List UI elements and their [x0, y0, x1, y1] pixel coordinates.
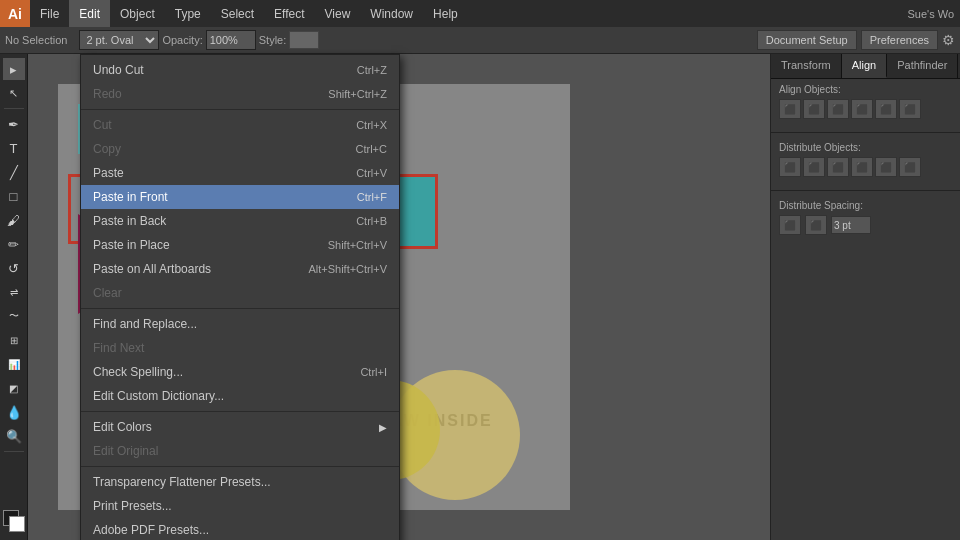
- dist-left-btn[interactable]: ⬛: [779, 157, 801, 177]
- menu-paste[interactable]: Paste Ctrl+V: [81, 161, 399, 185]
- distribute-spacing-label: Distribute Spacing:: [779, 200, 952, 211]
- menu-help[interactable]: Help: [423, 0, 468, 27]
- direct-select-tool[interactable]: ↖: [3, 82, 25, 104]
- pen-tool[interactable]: ✒: [3, 113, 25, 135]
- menu-paste-in-back[interactable]: Paste in Back Ctrl+B: [81, 209, 399, 233]
- menu-view[interactable]: View: [315, 0, 361, 27]
- rect-tool[interactable]: □: [3, 185, 25, 207]
- stroke-select[interactable]: 2 pt. Oval: [79, 30, 159, 50]
- align-objects-section: Align Objects: ⬛ ⬛ ⬛ ⬛ ⬛ ⬛: [771, 79, 960, 128]
- select-tool[interactable]: ▸: [3, 58, 25, 80]
- app-logo: Ai: [0, 0, 30, 27]
- opacity-input[interactable]: [206, 30, 256, 50]
- right-panel: Transform Align Pathfinder Align Objects…: [770, 54, 960, 540]
- spacing-input[interactable]: 3 pt: [831, 216, 871, 234]
- menu-paste-in-place[interactable]: Paste in Place Shift+Ctrl+V: [81, 233, 399, 257]
- menu-clear: Clear: [81, 281, 399, 305]
- spacing-row: ⬛ ⬛ 3 pt: [779, 215, 952, 235]
- menu-section-clipboard: Cut Ctrl+X Copy Ctrl+C Paste Ctrl+V Past…: [81, 110, 399, 309]
- align-objects-label: Align Objects:: [779, 84, 952, 95]
- menu-section-colors: Edit Colors ▶ Edit Original: [81, 412, 399, 467]
- warp-tool[interactable]: 〜: [3, 305, 25, 327]
- eyedropper-tool[interactable]: 💧: [3, 401, 25, 423]
- distribute-objects-section: Distribute Objects: ⬛ ⬛ ⬛ ⬛ ⬛ ⬛: [771, 137, 960, 186]
- color-boxes: [0, 506, 28, 536]
- menu-transparency-flattener[interactable]: Transparency Flattener Presets...: [81, 470, 399, 494]
- no-selection-label: No Selection: [5, 34, 67, 46]
- panel-divider-1: [771, 132, 960, 133]
- menu-items: File Edit Object Type Select Effect View…: [30, 0, 468, 27]
- menu-undo-cut[interactable]: Undo Cut Ctrl+Z: [81, 58, 399, 82]
- scale-tool[interactable]: ⊞: [3, 329, 25, 351]
- menu-select[interactable]: Select: [211, 0, 264, 27]
- menu-effect[interactable]: Effect: [264, 0, 314, 27]
- menu-paste-in-front[interactable]: Paste in Front Ctrl+F: [81, 185, 399, 209]
- menu-check-spelling[interactable]: Check Spelling... Ctrl+I: [81, 360, 399, 384]
- workspace-label: Sue's Wo: [907, 8, 954, 20]
- menu-edit-original: Edit Original: [81, 439, 399, 463]
- tab-align[interactable]: Align: [842, 54, 887, 78]
- graph-tool[interactable]: 📊: [3, 353, 25, 375]
- distribute-objects-label: Distribute Objects:: [779, 142, 952, 153]
- edit-dropdown-menu: Undo Cut Ctrl+Z Redo Shift+Ctrl+Z Cut Ct…: [80, 54, 400, 540]
- align-center-v-btn[interactable]: ⬛: [875, 99, 897, 119]
- tab-transform[interactable]: Transform: [771, 54, 842, 78]
- menu-edit-colors[interactable]: Edit Colors ▶: [81, 415, 399, 439]
- gradient-tool[interactable]: ◩: [3, 377, 25, 399]
- opacity-label: Opacity:: [162, 34, 202, 46]
- panel-divider-2: [771, 190, 960, 191]
- menu-redo: Redo Shift+Ctrl+Z: [81, 82, 399, 106]
- menu-section-presets: Transparency Flattener Presets... Print …: [81, 467, 399, 540]
- menu-edit-custom-dict[interactable]: Edit Custom Dictionary...: [81, 384, 399, 408]
- document-setup-button[interactable]: Document Setup: [757, 30, 857, 50]
- menu-window[interactable]: Window: [360, 0, 423, 27]
- menu-paste-all-artboards[interactable]: Paste on All Artboards Alt+Shift+Ctrl+V: [81, 257, 399, 281]
- line-tool[interactable]: ╱: [3, 161, 25, 183]
- menu-adobe-pdf-presets[interactable]: Adobe PDF Presets...: [81, 518, 399, 540]
- stroke-group: 2 pt. Oval Opacity: Style:: [79, 30, 319, 50]
- menu-type[interactable]: Type: [165, 0, 211, 27]
- type-tool[interactable]: T: [3, 137, 25, 159]
- menu-cut: Cut Ctrl+X: [81, 113, 399, 137]
- menu-find-next: Find Next: [81, 336, 399, 360]
- style-label: Style:: [259, 34, 287, 46]
- panel-tabs: Transform Align Pathfinder: [771, 54, 960, 79]
- tab-pathfinder[interactable]: Pathfinder: [887, 54, 958, 78]
- spacing-h-btn[interactable]: ⬛: [779, 215, 801, 235]
- mirror-tool[interactable]: ⇌: [3, 281, 25, 303]
- toolbar: No Selection 2 pt. Oval Opacity: Style: …: [0, 27, 960, 54]
- dist-center-h-btn[interactable]: ⬛: [803, 157, 825, 177]
- dist-top-btn[interactable]: ⬛: [851, 157, 873, 177]
- menu-file[interactable]: File: [30, 0, 69, 27]
- menu-print-presets[interactable]: Print Presets...: [81, 494, 399, 518]
- left-toolbar: ▸ ↖ ✒ T ╱ □ 🖌 ✏ ↺ ⇌ 〜 ⊞ 📊 ◩ 💧 🔍: [0, 54, 28, 540]
- background-color[interactable]: [9, 516, 25, 532]
- menubar: Ai File Edit Object Type Select Effect V…: [0, 0, 960, 27]
- align-bottom-btn[interactable]: ⬛: [899, 99, 921, 119]
- rotate-tool[interactable]: ↺: [3, 257, 25, 279]
- menu-section-find: Find and Replace... Find Next Check Spel…: [81, 309, 399, 412]
- spacing-v-btn[interactable]: ⬛: [805, 215, 827, 235]
- align-right-btn[interactable]: ⬛: [827, 99, 849, 119]
- dist-center-v-btn[interactable]: ⬛: [875, 157, 897, 177]
- color-pair: [3, 510, 25, 532]
- menu-object[interactable]: Object: [110, 0, 165, 27]
- paintbrush-tool[interactable]: 🖌: [3, 209, 25, 231]
- align-left-btn[interactable]: ⬛: [779, 99, 801, 119]
- menu-section-undoredo: Undo Cut Ctrl+Z Redo Shift+Ctrl+Z: [81, 55, 399, 110]
- dist-right-btn[interactable]: ⬛: [827, 157, 849, 177]
- align-top-btn[interactable]: ⬛: [851, 99, 873, 119]
- menu-find-replace[interactable]: Find and Replace...: [81, 312, 399, 336]
- dist-bottom-btn[interactable]: ⬛: [899, 157, 921, 177]
- menu-copy: Copy Ctrl+C: [81, 137, 399, 161]
- align-objects-row: ⬛ ⬛ ⬛ ⬛ ⬛ ⬛: [779, 99, 952, 119]
- menu-edit[interactable]: Edit: [69, 0, 110, 27]
- pencil-tool[interactable]: ✏: [3, 233, 25, 255]
- preferences-button[interactable]: Preferences: [861, 30, 938, 50]
- distribute-spacing-section: Distribute Spacing: ⬛ ⬛ 3 pt: [771, 195, 960, 240]
- gear-icon[interactable]: ⚙: [942, 32, 955, 48]
- align-center-h-btn[interactable]: ⬛: [803, 99, 825, 119]
- distribute-objects-row: ⬛ ⬛ ⬛ ⬛ ⬛ ⬛: [779, 157, 952, 177]
- zoom-tool[interactable]: 🔍: [3, 425, 25, 447]
- style-box: [289, 31, 319, 49]
